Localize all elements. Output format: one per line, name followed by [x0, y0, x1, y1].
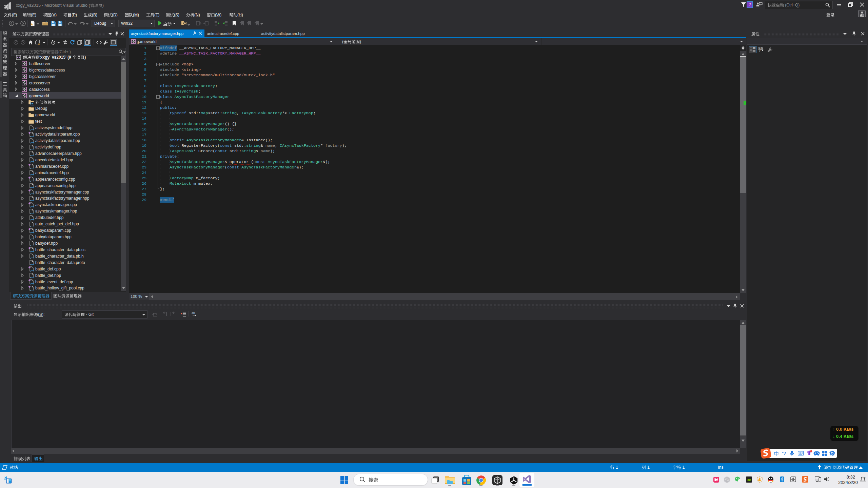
- svg-text:z: z: [865, 476, 866, 479]
- svg-text:A: A: [759, 47, 761, 49]
- svg-text:Z: Z: [759, 50, 761, 53]
- svg-text:ab: ab: [192, 311, 195, 315]
